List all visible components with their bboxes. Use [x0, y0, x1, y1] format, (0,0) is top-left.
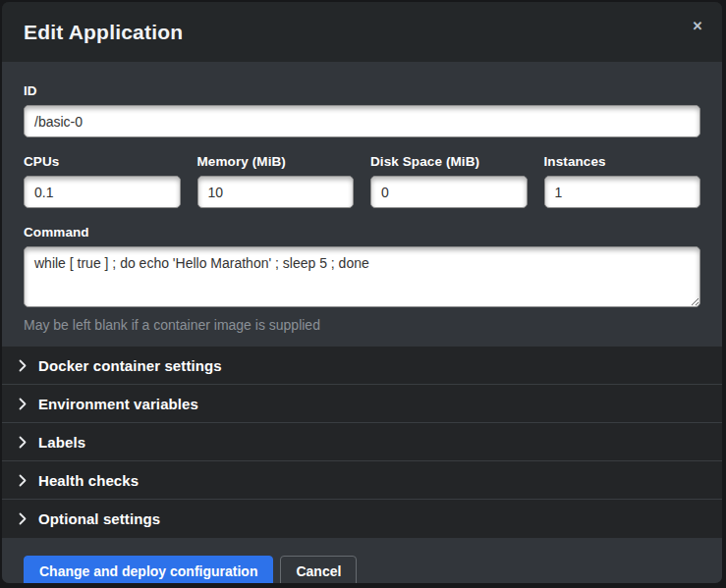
- memory-label: Memory (MiB): [197, 154, 355, 169]
- change-and-deploy-button[interactable]: Change and deploy configuration: [24, 556, 273, 583]
- cancel-button[interactable]: Cancel: [280, 556, 357, 583]
- disk-input[interactable]: [370, 176, 528, 208]
- section-label: Health checks: [38, 472, 139, 489]
- section-environment-variables[interactable]: Environment variables: [2, 385, 722, 423]
- command-help-text: May be left blank if a container image i…: [24, 317, 700, 333]
- command-textarea[interactable]: while [ true ] ; do echo 'Hello Marathon…: [24, 246, 700, 307]
- command-field-group: Command while [ true ] ; do echo 'Hello …: [24, 225, 700, 333]
- memory-field-group: Memory (MiB): [197, 154, 355, 208]
- section-health-checks[interactable]: Health checks: [2, 461, 722, 500]
- instances-label: Instances: [544, 154, 701, 169]
- id-label: ID: [24, 83, 700, 98]
- resources-row: CPUs Memory (MiB) Disk Space (MiB) Insta…: [24, 154, 700, 208]
- disk-label: Disk Space (MiB): [370, 154, 528, 169]
- modal-header: Edit Application ✕: [2, 2, 722, 62]
- cpus-input[interactable]: [24, 176, 181, 208]
- section-label: Optional settings: [38, 510, 160, 527]
- section-label: Environment variables: [38, 396, 198, 412]
- cpus-field-group: CPUs: [24, 154, 181, 208]
- disk-field-group: Disk Space (MiB): [370, 154, 528, 208]
- modal-title: Edit Application: [24, 21, 183, 44]
- chevron-right-icon: [19, 473, 28, 487]
- id-input[interactable]: [24, 105, 700, 137]
- memory-input[interactable]: [197, 176, 355, 208]
- section-optional-settings[interactable]: Optional settings: [2, 500, 722, 538]
- modal-footer: Change and deploy configuration Cancel: [2, 538, 722, 583]
- close-icon[interactable]: ✕: [689, 18, 706, 35]
- chevron-right-icon: [19, 512, 28, 526]
- chevron-right-icon: [19, 397, 28, 410]
- edit-application-modal: Edit Application ✕ ID CPUs Memory (MiB) …: [2, 2, 722, 583]
- section-label: Labels: [38, 434, 85, 451]
- application-form: ID CPUs Memory (MiB) Disk Space (MiB) In…: [2, 62, 722, 347]
- chevron-right-icon: [19, 358, 28, 372]
- instances-input[interactable]: [544, 176, 701, 208]
- id-field-group: ID: [24, 83, 700, 137]
- collapsible-sections: Docker container settings Environment va…: [2, 347, 722, 538]
- section-docker-container-settings[interactable]: Docker container settings: [2, 347, 722, 385]
- command-label: Command: [24, 225, 700, 240]
- cpus-label: CPUs: [24, 154, 181, 169]
- section-label: Docker container settings: [38, 357, 222, 374]
- instances-field-group: Instances: [544, 154, 701, 208]
- section-labels[interactable]: Labels: [2, 423, 722, 461]
- chevron-right-icon: [19, 435, 28, 449]
